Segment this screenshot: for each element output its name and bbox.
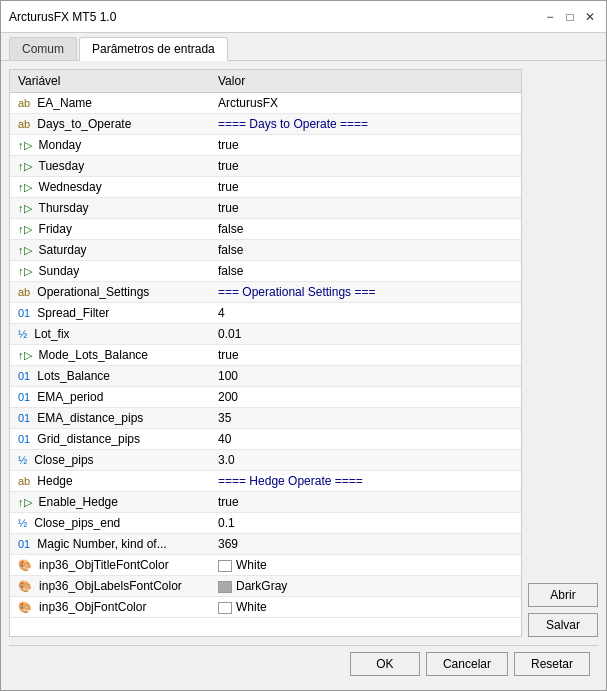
col-header-value: Valor — [210, 70, 521, 93]
resetar-button[interactable]: Resetar — [514, 652, 590, 676]
table-row[interactable]: ↑▷ Mode_Lots_Balancetrue — [10, 345, 521, 366]
color-swatch — [218, 560, 232, 572]
table-row[interactable]: 01 EMA_period200 — [10, 387, 521, 408]
main-window: ArcturusFX MT5 1.0 − □ ✕ Comum Parâmetro… — [0, 0, 607, 691]
table-row[interactable]: 01 Spread_Filter4 — [10, 303, 521, 324]
color-swatch — [218, 581, 232, 593]
var-cell: 🎨 inp36_ObjLabelsFontColor — [10, 576, 210, 597]
var-prefix-icon: 01 — [18, 307, 33, 319]
var-cell: ↑▷ Friday — [10, 219, 210, 240]
table-row[interactable]: ↑▷ Wednesdaytrue — [10, 177, 521, 198]
table-row[interactable]: 🎨 inp36_ObjLabelsFontColorDarkGray — [10, 576, 521, 597]
table-row[interactable]: ab Hedge==== Hedge Operate ==== — [10, 471, 521, 492]
var-prefix-icon: 01 — [18, 391, 33, 403]
table-row[interactable]: 01 Magic Number, kind of...369 — [10, 534, 521, 555]
table-row[interactable]: ↑▷ Tuesdaytrue — [10, 156, 521, 177]
var-prefix-icon: ab — [18, 475, 33, 487]
var-prefix-icon: ↑▷ — [18, 139, 35, 151]
val-cell: ArcturusFX — [210, 93, 521, 114]
val-cell: false — [210, 261, 521, 282]
parameters-table: Variável Valor ab EA_NameArcturusFXab Da… — [10, 70, 521, 618]
var-cell: 01 EMA_period — [10, 387, 210, 408]
var-cell: 🎨 inp36_ObjTitleFontColor — [10, 555, 210, 576]
var-name-text: Friday — [39, 222, 72, 236]
var-prefix-icon: ab — [18, 118, 33, 130]
table-row[interactable]: ½ Close_pips3.0 — [10, 450, 521, 471]
color-value-text: DarkGray — [236, 579, 287, 593]
var-cell: 01 Lots_Balance — [10, 366, 210, 387]
table-row[interactable]: ab Days_to_Operate==== Days to Operate =… — [10, 114, 521, 135]
color-value-text: White — [236, 600, 267, 614]
table-row[interactable]: ↑▷ Thursdaytrue — [10, 198, 521, 219]
window-title: ArcturusFX MT5 1.0 — [9, 10, 116, 24]
table-row[interactable]: ↑▷ Saturdayfalse — [10, 240, 521, 261]
maximize-button[interactable]: □ — [562, 9, 578, 25]
val-cell: true — [210, 492, 521, 513]
val-cell: 3.0 — [210, 450, 521, 471]
var-cell: ½ Lot_fix — [10, 324, 210, 345]
var-name-text: inp36_ObjTitleFontColor — [39, 558, 169, 572]
table-row[interactable]: 🎨 inp36_ObjFontColorWhite — [10, 597, 521, 618]
var-cell: ab EA_Name — [10, 93, 210, 114]
table-row[interactable]: ↑▷ Fridayfalse — [10, 219, 521, 240]
var-name-text: Grid_distance_pips — [37, 432, 140, 446]
var-prefix-icon: ½ — [18, 454, 30, 466]
var-cell: ↑▷ Monday — [10, 135, 210, 156]
tab-comum[interactable]: Comum — [9, 37, 77, 60]
color-swatch — [218, 602, 232, 614]
var-prefix-icon: ↑▷ — [18, 496, 35, 508]
var-prefix-icon: 01 — [18, 370, 33, 382]
minimize-button[interactable]: − — [542, 9, 558, 25]
val-cell: ==== Days to Operate ==== — [210, 114, 521, 135]
var-prefix-icon: ↑▷ — [18, 265, 35, 277]
table-row[interactable]: ↑▷ Enable_Hedgetrue — [10, 492, 521, 513]
val-cell: false — [210, 219, 521, 240]
parameters-table-container[interactable]: Variável Valor ab EA_NameArcturusFXab Da… — [9, 69, 522, 637]
section-label: === Operational Settings === — [218, 285, 375, 299]
val-cell: true — [210, 156, 521, 177]
table-row[interactable]: ½ Close_pips_end0.1 — [10, 513, 521, 534]
var-prefix-icon: ab — [18, 97, 33, 109]
table-row[interactable]: ab Operational_Settings=== Operational S… — [10, 282, 521, 303]
var-cell: 🎨 inp36_ObjFontColor — [10, 597, 210, 618]
table-row[interactable]: 01 Grid_distance_pips40 — [10, 429, 521, 450]
val-cell: DarkGray — [210, 576, 521, 597]
content-area: Variável Valor ab EA_NameArcturusFXab Da… — [1, 61, 606, 690]
var-prefix-icon: 🎨 — [18, 601, 35, 613]
var-prefix-icon: ↑▷ — [18, 223, 35, 235]
var-name-text: Saturday — [39, 243, 87, 257]
table-row[interactable]: ↑▷ Sundayfalse — [10, 261, 521, 282]
section-label: ==== Hedge Operate ==== — [218, 474, 363, 488]
var-cell: ↑▷ Thursday — [10, 198, 210, 219]
var-name-text: Lot_fix — [34, 327, 69, 341]
abrir-button[interactable]: Abrir — [528, 583, 598, 607]
val-cell: true — [210, 177, 521, 198]
var-cell: 01 Grid_distance_pips — [10, 429, 210, 450]
var-prefix-icon: 🎨 — [18, 559, 35, 571]
var-cell: 01 Magic Number, kind of... — [10, 534, 210, 555]
var-name-text: Thursday — [39, 201, 89, 215]
ok-button[interactable]: OK — [350, 652, 420, 676]
var-prefix-icon: 🎨 — [18, 580, 35, 592]
right-buttons-panel: Abrir Salvar — [528, 69, 598, 637]
table-row[interactable]: ab EA_NameArcturusFX — [10, 93, 521, 114]
var-cell: ↑▷ Saturday — [10, 240, 210, 261]
var-prefix-icon: ↑▷ — [18, 160, 35, 172]
var-name-text: Sunday — [39, 264, 80, 278]
table-row[interactable]: ↑▷ Mondaytrue — [10, 135, 521, 156]
table-row[interactable]: 01 Lots_Balance100 — [10, 366, 521, 387]
var-name-text: inp36_ObjFontColor — [39, 600, 146, 614]
color-value-text: White — [236, 558, 267, 572]
table-row[interactable]: 01 EMA_distance_pips35 — [10, 408, 521, 429]
tab-bar: Comum Parâmetros de entrada — [1, 33, 606, 61]
var-name-text: EA_Name — [37, 96, 92, 110]
table-row[interactable]: ½ Lot_fix0.01 — [10, 324, 521, 345]
var-name-text: EMA_distance_pips — [37, 411, 143, 425]
salvar-button[interactable]: Salvar — [528, 613, 598, 637]
var-name-text: Lots_Balance — [37, 369, 110, 383]
var-prefix-icon: ↑▷ — [18, 202, 35, 214]
close-button[interactable]: ✕ — [582, 9, 598, 25]
tab-parametros[interactable]: Parâmetros de entrada — [79, 37, 228, 61]
cancelar-button[interactable]: Cancelar — [426, 652, 508, 676]
table-row[interactable]: 🎨 inp36_ObjTitleFontColorWhite — [10, 555, 521, 576]
